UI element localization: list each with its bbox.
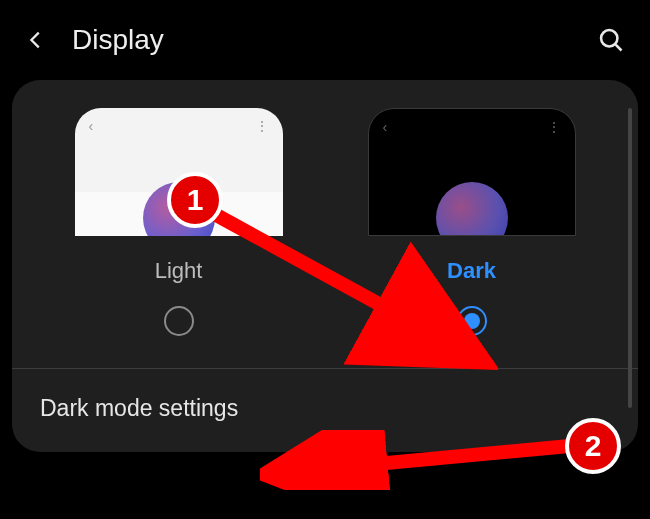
theme-selector: ‹⋮ Light ‹⋮ Dark bbox=[34, 108, 616, 336]
page-title: Display bbox=[72, 24, 597, 56]
radio-dark[interactable] bbox=[457, 306, 487, 336]
annotation-badge-1: 1 bbox=[167, 172, 223, 228]
radio-light[interactable] bbox=[164, 306, 194, 336]
search-icon[interactable] bbox=[597, 26, 625, 54]
annotation-badge-2: 2 bbox=[565, 418, 621, 474]
display-panel: ‹⋮ Light ‹⋮ Dark Dark mode settings bbox=[12, 80, 638, 452]
svg-point-0 bbox=[601, 30, 617, 46]
scrollbar[interactable] bbox=[628, 108, 632, 408]
theme-preview-dark: ‹⋮ bbox=[368, 108, 576, 236]
svg-line-1 bbox=[616, 45, 622, 51]
dark-mode-settings-label: Dark mode settings bbox=[40, 395, 238, 421]
theme-option-dark[interactable]: ‹⋮ Dark bbox=[368, 108, 576, 336]
header: Display bbox=[0, 0, 650, 80]
theme-label-light: Light bbox=[155, 258, 203, 284]
back-icon[interactable] bbox=[25, 29, 47, 51]
dark-mode-settings-row[interactable]: Dark mode settings bbox=[34, 369, 616, 422]
theme-label-dark: Dark bbox=[447, 258, 496, 284]
